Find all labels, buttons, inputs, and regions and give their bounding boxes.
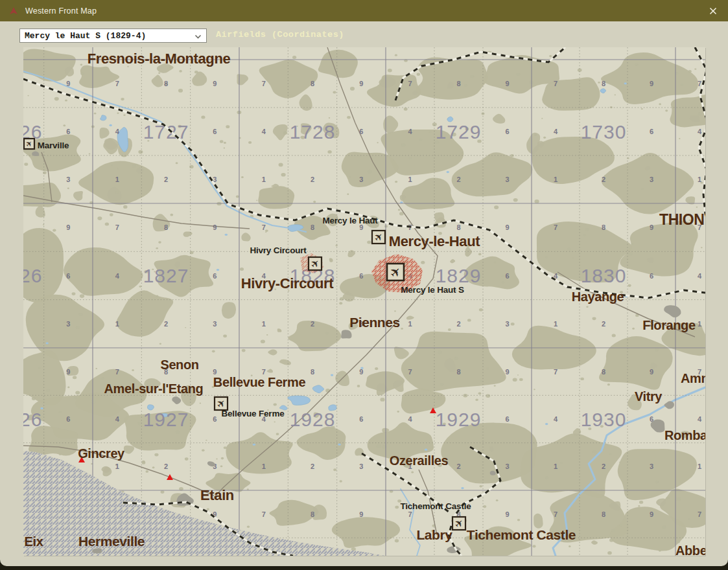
grid-subdigit: 2 — [456, 176, 460, 183]
grid-subdigit: 1 — [698, 176, 701, 183]
grid-subdigit: 9 — [213, 223, 217, 231]
grid-cell-label: 1927 — [143, 409, 189, 430]
grid-subdigit: 7 — [408, 80, 412, 87]
grid-cell-label: 1727 — [143, 121, 189, 142]
grid-subdigit: 6 — [359, 272, 363, 280]
grid-subdigit: 7 — [408, 368, 412, 376]
grid-subdigit: 7 — [262, 223, 266, 231]
grid-subdigit: 9 — [650, 223, 653, 231]
town-label: Mercy-le-Haut — [389, 233, 480, 249]
grid-cell-label: 1930 — [581, 409, 627, 430]
grid-subdigit: 2 — [311, 462, 314, 470]
airfield-icon[interactable]: ✈ — [386, 263, 405, 282]
map-svg: 8962389623896238978946123789461237894612… — [23, 47, 705, 556]
grid-subdigit: 1 — [262, 320, 266, 328]
town-label: Abbeville — [675, 543, 705, 556]
grid-subdigit: 7 — [262, 510, 266, 518]
grid-subdigit: 9 — [650, 80, 653, 87]
grid-subdigit: 2 — [164, 176, 168, 183]
town-label: Amel-sur-l'Etang — [104, 382, 204, 396]
grid-subdigit: 1 — [115, 462, 119, 470]
grid-subdigit: 2 — [164, 320, 168, 328]
close-button[interactable] — [698, 0, 728, 21]
grid-cell-label: 1829 — [436, 265, 482, 286]
grid-subdigit: 2 — [602, 320, 605, 328]
grid-subdigit: 3 — [66, 320, 70, 328]
town-label: Tichemont Castle — [467, 527, 576, 542]
grid-subdigit: 3 — [505, 176, 509, 183]
town-label: Ozerailles — [390, 453, 449, 468]
grid-subdigit: 7 — [554, 223, 558, 231]
grid-subdigit: 9 — [66, 80, 70, 87]
grid-subdigit: 4 — [115, 415, 120, 423]
grid-subdigit: 1 — [115, 320, 119, 328]
grid-subdigit: 3 — [359, 176, 363, 183]
town-label: Labry — [416, 527, 452, 542]
grid-subdigit: 7 — [262, 80, 266, 87]
airfield-label: Bellevue Ferme — [222, 409, 285, 418]
grid-subdigit: 1 — [698, 462, 701, 470]
grid-cell-label: 1830 — [581, 265, 627, 286]
grid-subdigit: 3 — [213, 320, 217, 328]
grid-subdigit: 9 — [650, 368, 653, 376]
grid-subdigit: 7 — [554, 80, 558, 87]
grid-subdigit: 6 — [213, 272, 217, 280]
title-bar[interactable]: Western Front Map — [0, 0, 728, 21]
map-canvas[interactable]: 8962389623896238978946123789461237894612… — [23, 47, 705, 556]
grid-subdigit: 8 — [311, 223, 314, 231]
grid-subdigit: 4 — [698, 272, 702, 280]
grid-cell-label: 1728 — [290, 121, 336, 142]
grid-subdigit: 1 — [554, 462, 558, 470]
grid-subdigit: 6 — [505, 128, 509, 135]
grid-subdigit: 6 — [213, 415, 217, 423]
grid-subdigit: 2 — [602, 462, 605, 470]
grid-subdigit: 8 — [456, 368, 460, 376]
grid-subdigit: 7 — [554, 510, 558, 518]
grid-subdigit: 4 — [408, 415, 412, 423]
chevron-down-icon — [194, 32, 202, 41]
town-label: Gincrey — [78, 446, 125, 461]
grid-subdigit: 1 — [554, 320, 558, 328]
grid-subdigit: 1 — [698, 320, 701, 328]
grid-subdigit: 6 — [359, 415, 363, 423]
airfield-select[interactable]: Mercy le Haut S (1829-4) — [19, 28, 207, 43]
grid-subdigit: 3 — [66, 176, 70, 183]
grid-subdigit: 9 — [650, 510, 653, 518]
grid-cell-label: 1826 — [23, 265, 42, 286]
grid-subdigit: 2 — [456, 462, 460, 470]
grid-subdigit: 7 — [115, 223, 119, 231]
grid-subdigit: 4 — [698, 128, 702, 135]
grid-subdigit: 4 — [115, 128, 120, 135]
airfield-icon[interactable]: ✈ — [23, 138, 34, 149]
app-icon — [8, 6, 19, 16]
town-label: Hermeville — [78, 534, 145, 549]
town-label: Hayange — [572, 290, 624, 304]
airfield-icon[interactable]: ✈ — [308, 256, 323, 271]
grid-subdigit: 8 — [164, 80, 168, 87]
grid-subdigit: 8 — [602, 510, 605, 518]
grid-subdigit: 6 — [66, 128, 70, 135]
grid-subdigit: 6 — [650, 272, 653, 280]
grid-subdigit: 2 — [164, 462, 168, 470]
grid-cell-label: 1926 — [23, 409, 42, 430]
grid-subdigit: 7 — [115, 80, 119, 87]
grid-subdigit: 4 — [554, 415, 558, 423]
grid-subdigit: 2 — [456, 320, 460, 328]
town-label: THIONVILLE — [659, 211, 705, 228]
airfield-icon[interactable]: ✈ — [452, 516, 467, 531]
grid-cell-label: 1928 — [290, 409, 336, 430]
airfields-coordinates-label: Airfields (Coordinates) — [216, 30, 344, 40]
town-label: Amneville — [681, 371, 705, 385]
grid-subdigit: 3 — [650, 176, 653, 183]
grid-subdigit: 8 — [311, 80, 314, 87]
grid-subdigit: 2 — [602, 176, 605, 183]
grid-subdigit: 2 — [311, 320, 314, 328]
grid-subdigit: 3 — [505, 462, 509, 470]
town-label: Hivry-Circourt — [241, 275, 334, 291]
grid-subdigit: 7 — [698, 80, 701, 87]
grid-subdigit: 1 — [408, 320, 412, 328]
airfield-icon[interactable]: ✈ — [371, 230, 386, 245]
town-label: Rombas — [664, 428, 705, 442]
grid-subdigit: 9 — [66, 223, 70, 231]
grid-subdigit: 1 — [262, 462, 266, 470]
